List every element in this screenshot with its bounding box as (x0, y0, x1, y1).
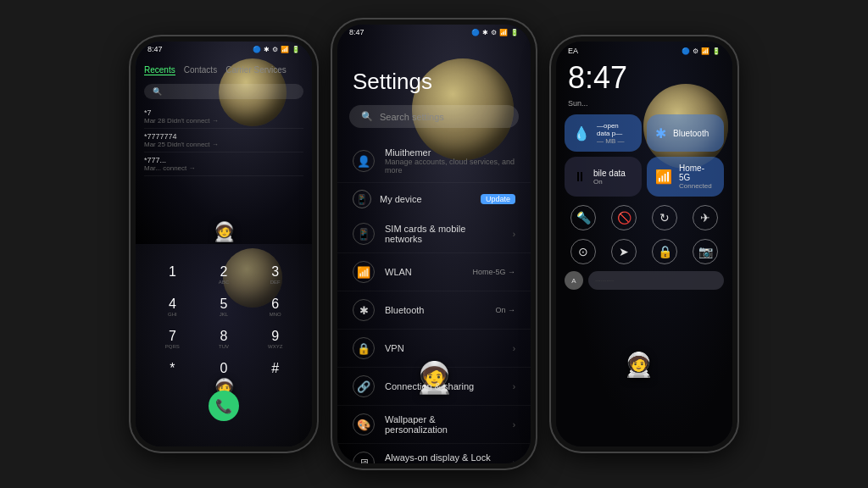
key-0[interactable]: 0+ (200, 357, 248, 385)
dialpad-panel: 🧑‍🚀 1 2ABC 3DEF 4GHI 5JKL 6MNO 7PQRS 8TU… (136, 244, 312, 446)
status-bar-left: 8:47 🔵✱⚙📶🔋 (136, 42, 312, 55)
key-1[interactable]: 1 (148, 260, 197, 289)
phone-left: 🧑‍🚀 8:47 🔵✱⚙📶🔋 Recents Contacts Carrier … (131, 36, 317, 452)
tile-mdata-sub: On (593, 178, 626, 186)
circle-camera[interactable]: 📷 (693, 239, 718, 264)
key-6[interactable]: 6MNO (251, 292, 299, 321)
vpn-icon: 🔒 (353, 337, 375, 359)
circle-eye[interactable]: ⊙ (570, 239, 596, 264)
settings-title: Settings (337, 38, 531, 105)
connection-icon: 🔗 (353, 375, 375, 397)
circle-lock[interactable]: 🔒 (652, 239, 677, 264)
key-7[interactable]: 7PQRS (148, 324, 197, 353)
miuithemer-icon: 👤 (353, 150, 375, 172)
circle-dnd[interactable]: 🚫 (611, 205, 637, 230)
settings-lock-screen[interactable]: 🖥 Always-on display & Lock screen › (337, 444, 531, 463)
call-log: *7 Mar 28 Didn't connect → *7777774 Mar … (144, 105, 303, 176)
circle-flashlight[interactable]: 🔦 (570, 205, 596, 230)
tile-data[interactable]: 💧 —open data p— — MB — (565, 114, 642, 152)
call-button[interactable]: 📞 (209, 391, 239, 421)
tile-data-label: —open data p— (597, 122, 633, 137)
key-2[interactable]: 2ABC (200, 260, 248, 289)
sim-icon: 📱 (353, 223, 375, 245)
settings-connection[interactable]: 🔗 Connection & sharing › (337, 368, 531, 406)
tab-contacts[interactable]: Contacts (184, 65, 217, 75)
tile-wifi-label: Home-5G (679, 164, 715, 182)
search-icon-center: 🔍 (361, 111, 373, 122)
update-badge: Update (481, 194, 515, 204)
settings-wallpaper[interactable]: 🎨 Wallpaper & personalization › (337, 406, 531, 444)
settings-sim[interactable]: 📱 SIM cards & mobile networks › (337, 215, 531, 253)
message-input[interactable]: ·········· (588, 271, 724, 290)
right-clock: 8:47 (556, 57, 732, 99)
quick-tiles: 💧 —open data p— — MB — ✱ Bluetooth (556, 114, 732, 197)
key-8[interactable]: 8TUV (200, 324, 248, 353)
tile-mobile-data[interactable]: ⏸ bile data On (565, 157, 642, 197)
tab-carrier[interactable]: Carrier Services (225, 65, 287, 75)
quick-circles-row2: ⊙ ➤ 🔒 📷 (556, 237, 732, 266)
my-device-icon: 📱 (353, 190, 371, 208)
data-icon: 💧 (573, 125, 590, 141)
call-item-3[interactable]: *777... Mar... connect → (144, 152, 303, 176)
center-screen: 🧑‍🚀 8:47 🔵✱⚙📶🔋 Settings 🔍 Search setting… (337, 25, 531, 463)
search-icon-left: 🔍 (153, 87, 162, 96)
settings-miuithemer[interactable]: 👤 Miuithemer Manage accounts, cloud serv… (337, 140, 531, 183)
circle-airplane[interactable]: ✈ (693, 205, 718, 230)
wlan-icon: 📶 (353, 261, 375, 283)
settings-content: 8:47 🔵✱⚙📶🔋 Settings 🔍 Search settings 👤 … (337, 25, 531, 463)
circle-rotate[interactable]: ↻ (652, 205, 677, 230)
mobile-data-icon: ⏸ (573, 169, 587, 185)
recents-tabs: Recents Contacts Carrier Services (136, 60, 312, 79)
tile-data-sub: — MB — (597, 137, 633, 145)
dialpad-grid: 1 2ABC 3DEF 4GHI 5JKL 6MNO 7PQRS 8TUV 9W… (148, 260, 299, 385)
bluetooth-icon: ✱ (353, 299, 375, 321)
wallpaper-icon: 🎨 (353, 413, 375, 435)
dialpad: 1 2ABC 3DEF 4GHI 5JKL 6MNO 7PQRS 8TUV 9W… (136, 260, 312, 421)
tile-wifi-sub: Connected (679, 182, 715, 190)
status-bar-right: EA 🔵⚙📶🔋 (556, 42, 732, 57)
circle-location[interactable]: ➤ (611, 239, 637, 264)
call-item-2[interactable]: *7777774 Mar 25 Didn't connect → (144, 129, 303, 152)
phone-right: 🧑‍🚀 EA 🔵⚙📶🔋 8:47 Sun... 💧 —open (551, 36, 737, 452)
search-bar-left[interactable]: 🔍 (144, 84, 303, 99)
bluetooth-tile-icon: ✱ (655, 125, 666, 141)
tile-bt-label: Bluetooth (673, 129, 709, 138)
key-3[interactable]: 3DEF (251, 260, 299, 289)
key-hash[interactable]: # (251, 357, 299, 385)
tile-mdata-label: bile data (593, 169, 626, 178)
settings-vpn[interactable]: 🔒 VPN › (337, 330, 531, 368)
message-avatar: A (565, 271, 583, 290)
miuithemer-text: Miuithemer Manage accounts, cloud servic… (385, 147, 515, 175)
key-4[interactable]: 4GHI (148, 292, 197, 321)
wifi-tile-icon: 📶 (655, 169, 672, 185)
tile-wifi[interactable]: 📶 Home-5G Connected (647, 157, 724, 197)
status-icons-center: 🔵✱⚙📶🔋 (471, 29, 519, 36)
status-bar-center: 8:47 🔵✱⚙📶🔋 (337, 25, 531, 38)
phone-center: 🧑‍🚀 8:47 🔵✱⚙📶🔋 Settings 🔍 Search setting… (332, 19, 536, 469)
left-screen: 🧑‍🚀 8:47 🔵✱⚙📶🔋 Recents Contacts Carrier … (136, 42, 312, 446)
search-placeholder: Search settings (380, 112, 444, 122)
settings-bluetooth[interactable]: ✱ Bluetooth On → (337, 291, 531, 330)
status-time-left: 8:47 (147, 45, 163, 53)
recents-panel: 🧑‍🚀 8:47 🔵✱⚙📶🔋 Recents Contacts Carrier … (136, 42, 312, 252)
right-content: EA 🔵⚙📶🔋 8:47 Sun... 💧 —open data p— — MB… (556, 42, 732, 446)
quick-circles-row1: 🔦 🚫 ↻ ✈ (556, 202, 732, 234)
right-screen: 🧑‍🚀 EA 🔵⚙📶🔋 8:47 Sun... 💧 —open (556, 42, 732, 446)
settings-wlan[interactable]: 📶 WLAN Home-5G → (337, 253, 531, 291)
status-id-right: EA (568, 47, 578, 55)
settings-my-device[interactable]: 📱 My device Update (337, 183, 531, 215)
tile-bluetooth[interactable]: ✱ Bluetooth (647, 114, 724, 152)
right-date: Sun... (556, 99, 732, 114)
lock-screen-icon: 🖥 (353, 452, 375, 463)
status-time-center: 8:47 (349, 28, 364, 36)
tab-recents[interactable]: Recents (144, 65, 175, 75)
status-icons-left: 🔵✱⚙📶🔋 (253, 46, 300, 53)
call-item-1[interactable]: *7 Mar 28 Didn't connect → (144, 105, 303, 129)
message-bar: A ·········· (556, 271, 732, 290)
key-5[interactable]: 5JKL (200, 292, 248, 321)
key-star[interactable]: * (148, 357, 197, 385)
settings-search-bar[interactable]: 🔍 Search settings (349, 105, 519, 128)
key-9[interactable]: 9WXYZ (251, 324, 299, 353)
